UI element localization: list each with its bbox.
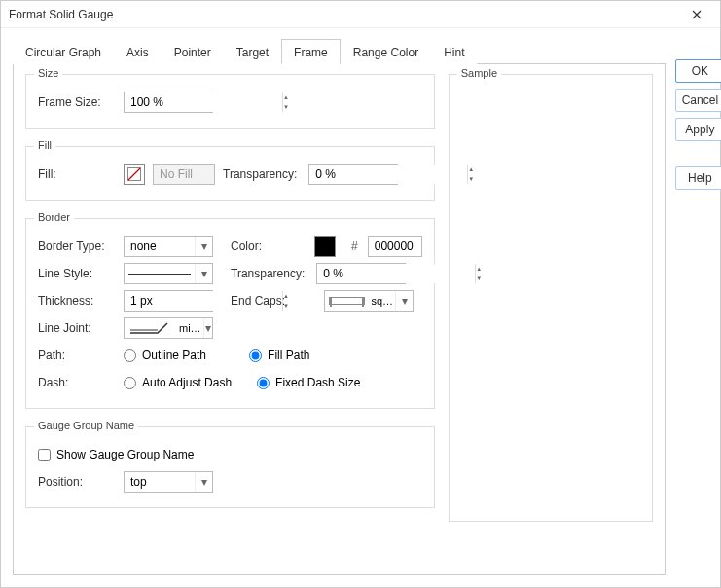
tab-axis[interactable]: Axis	[114, 39, 162, 64]
help-button[interactable]: Help	[675, 166, 721, 190]
path-label: Path:	[38, 349, 116, 362]
window-title: Format Solid Gauge	[9, 8, 681, 21]
position-combo[interactable]: top ▾	[124, 471, 213, 493]
spin-up-icon[interactable]: ▲	[283, 92, 289, 102]
path-fill-radio[interactable]: Fill Path	[249, 349, 309, 362]
border-type-label: Border Type:	[38, 239, 116, 253]
chevron-down-icon[interactable]: ▾	[195, 264, 212, 283]
chevron-down-icon[interactable]: ▾	[395, 291, 413, 311]
border-type-combo[interactable]: none ▾	[124, 236, 213, 257]
group-label-fill: Fill	[34, 139, 55, 151]
path-fill-label: Fill Path	[268, 349, 309, 362]
group-size: Size Frame Size: ▲▼	[25, 74, 435, 129]
frame-size-input[interactable]	[125, 92, 282, 112]
fill-transparency-input[interactable]	[309, 165, 467, 184]
color-swatch-button[interactable]	[314, 236, 336, 257]
fill-transparency-label: Transparency:	[223, 167, 297, 181]
path-outline-label: Outline Path	[142, 349, 206, 362]
cancel-button[interactable]: Cancel	[675, 89, 721, 112]
chevron-down-icon[interactable]: ▾	[203, 318, 212, 338]
group-sample: Sample	[449, 74, 653, 522]
group-fill: Fill Fill: No Fill Transparency:	[25, 146, 435, 201]
tab-hint[interactable]: Hint	[431, 39, 477, 64]
frame-size-spinner[interactable]: ▲▼	[124, 92, 213, 113]
line-style-label: Line Style:	[38, 267, 116, 280]
line-style-preview	[128, 274, 191, 275]
tab-circular-graph[interactable]: Circular Graph	[13, 39, 114, 64]
end-caps-combo[interactable]: sq… ▾	[324, 290, 414, 312]
ok-button[interactable]: OK	[675, 59, 721, 83]
tab-range-color[interactable]: Range Color	[341, 39, 431, 64]
thickness-spinner[interactable]: ▲▼	[124, 290, 213, 312]
button-column: OK Cancel Apply Help	[675, 38, 721, 575]
fill-transparency-spinner[interactable]: ▲▼	[308, 164, 398, 185]
chevron-down-icon[interactable]: ▾	[195, 472, 212, 492]
line-joint-label: Line Joint:	[38, 321, 116, 335]
dash-fixed-label: Fixed Dash Size	[275, 376, 360, 389]
border-type-value: none	[125, 239, 195, 253]
path-outline-radio[interactable]: Outline Path	[124, 349, 206, 362]
group-label-gauge-name: Gauge Group Name	[34, 420, 138, 431]
group-label-size: Size	[34, 67, 62, 79]
fill-type-value: No Fill	[154, 167, 214, 181]
line-style-combo[interactable]: ▾	[124, 263, 213, 284]
hash-label: #	[351, 239, 358, 253]
frame-size-label: Frame Size:	[38, 95, 116, 109]
titlebar: Format Solid Gauge	[1, 1, 720, 28]
dash-label: Dash:	[38, 376, 116, 389]
dash-auto-radio[interactable]: Auto Adjust Dash	[124, 376, 232, 389]
color-label: Color:	[231, 239, 262, 253]
position-label: Position:	[38, 475, 116, 489]
apply-button[interactable]: Apply	[675, 118, 721, 141]
group-label-sample: Sample	[457, 67, 501, 79]
border-transparency-label: Transparency:	[231, 267, 305, 280]
sample-column: Sample	[449, 74, 653, 563]
line-joint-combo[interactable]: mi… ▾	[124, 317, 213, 339]
tab-target[interactable]: Target	[224, 39, 281, 64]
tab-content: Size Frame Size: ▲▼ Fill	[13, 64, 666, 575]
dialog-body: Circular Graph Axis Pointer Target Frame…	[1, 28, 720, 587]
show-group-name-label: Show Gauge Group Name	[56, 448, 194, 461]
end-caps-label: End Caps:	[231, 294, 285, 308]
spin-down-icon[interactable]: ▼	[283, 102, 289, 112]
fill-type-combo[interactable]: No Fill	[153, 164, 215, 185]
dialog-window: Format Solid Gauge Circular Graph Axis P…	[0, 0, 721, 588]
show-group-name-checkbox[interactable]: Show Gauge Group Name	[38, 448, 194, 461]
position-value: top	[125, 475, 195, 489]
tab-pointer[interactable]: Pointer	[162, 39, 224, 64]
group-label-border: Border	[34, 211, 74, 223]
main-column: Size Frame Size: ▲▼ Fill	[25, 74, 435, 563]
chevron-down-icon[interactable]: ▾	[195, 237, 212, 256]
line-joint-preview	[128, 321, 173, 335]
fill-swatch-button[interactable]	[124, 164, 145, 185]
tab-frame[interactable]: Frame	[281, 39, 341, 64]
line-joint-value: mi…	[177, 322, 203, 334]
end-caps-preview	[329, 297, 365, 305]
color-hex-input[interactable]	[368, 236, 422, 257]
border-transparency-spinner[interactable]: ▲▼	[316, 263, 406, 284]
fill-label: Fill:	[38, 167, 116, 181]
left-column: Circular Graph Axis Pointer Target Frame…	[13, 38, 666, 575]
dash-auto-label: Auto Adjust Dash	[142, 376, 232, 389]
end-caps-value: sq…	[369, 295, 395, 307]
thickness-label: Thickness:	[38, 294, 116, 308]
dash-fixed-radio[interactable]: Fixed Dash Size	[257, 376, 360, 389]
group-border: Border Border Type: none ▾ Color: #	[25, 218, 435, 409]
tab-bar: Circular Graph Axis Pointer Target Frame…	[13, 38, 666, 64]
group-gauge-name: Gauge Group Name Show Gauge Group Name P…	[25, 426, 435, 508]
close-icon[interactable]	[681, 5, 712, 24]
svg-line-1	[128, 168, 140, 180]
